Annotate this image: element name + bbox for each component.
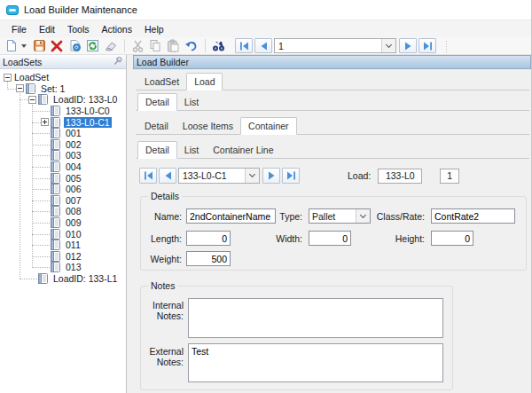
last-record-button[interactable] [282, 168, 300, 184]
type-label: Type: [247, 211, 302, 222]
collapse-icon[interactable] [16, 84, 24, 92]
tree-guide-line [32, 105, 33, 268]
tab-container[interactable]: Container [240, 117, 297, 135]
tree-item-label: 009 [64, 217, 83, 228]
next-record-button[interactable] [262, 168, 280, 184]
tab-detail[interactable]: Detail [137, 93, 177, 111]
last-record-button[interactable] [419, 38, 436, 53]
internal-notes-textarea[interactable] [188, 298, 443, 338]
erase-icon[interactable] [102, 38, 118, 54]
loadsets-panel-title: LoadSets [3, 57, 113, 67]
toolbar-separator [124, 39, 125, 52]
length-input[interactable] [186, 231, 231, 246]
previous-record-button[interactable] [159, 168, 176, 184]
tab-detail-2[interactable]: Detail [137, 119, 176, 134]
tree-item-label: LoadID: 133-L1 [51, 273, 119, 284]
menu-file[interactable]: File [5, 22, 33, 36]
loadsets-tree: LoadSetSet: 1LoadID: 133-L0133-L0-C0133-… [0, 69, 126, 393]
chevron-down-icon[interactable] [245, 169, 259, 183]
tab-loose-items[interactable]: Loose Items [176, 119, 240, 134]
refresh-icon[interactable] [84, 38, 100, 54]
delete-icon[interactable] [49, 38, 65, 54]
tree-item-label: 008 [64, 206, 83, 216]
expand-icon[interactable] [41, 118, 49, 126]
next-record-button[interactable] [399, 38, 417, 53]
save-icon[interactable] [31, 38, 47, 54]
notebook-icon [50, 161, 61, 172]
external-notes-textarea[interactable]: Test [188, 343, 443, 382]
weight-input[interactable] [186, 251, 231, 266]
height-input[interactable] [431, 231, 473, 246]
notebook-icon [50, 128, 61, 138]
first-record-button[interactable] [235, 38, 253, 53]
notebook-icon [50, 195, 61, 206]
notebook-icon [50, 184, 61, 194]
undo-icon[interactable] [183, 38, 199, 54]
tree-item-label: 005 [64, 173, 83, 184]
first-record-button[interactable] [139, 168, 157, 184]
attach-icon[interactable] [66, 38, 82, 54]
tab-container-detail[interactable]: Detail [137, 141, 177, 159]
toolbar: 1 [0, 37, 531, 55]
copy-icon[interactable] [147, 38, 163, 54]
toolbar-grip[interactable] [445, 40, 448, 52]
notebook-icon [50, 173, 61, 184]
notebook-icon [50, 262, 61, 272]
tree-guide-line [20, 93, 20, 279]
tree-item-label: 006 [64, 184, 83, 194]
menu-actions[interactable]: Actions [96, 22, 138, 36]
new-document-icon[interactable] [4, 38, 20, 54]
tabstrip-level2: Detail List [136, 93, 529, 111]
tabstrip-level4: Detail List Container Line [136, 141, 529, 159]
chevron-down-icon[interactable] [381, 39, 395, 52]
menubar: File Edit Tools Actions Help [0, 20, 531, 37]
find-icon[interactable] [210, 38, 226, 54]
loadsets-panel-header: LoadSets [0, 55, 126, 69]
paste-icon[interactable] [165, 38, 181, 54]
notebook-icon [50, 106, 61, 116]
load-builder-panel: Load Builder LoadSet Load Detail List De… [133, 55, 531, 393]
tab-loadset[interactable]: LoadSet [137, 75, 186, 90]
tree-item-label: 133-L0-C0 [64, 106, 112, 116]
tab-load[interactable]: Load [186, 73, 223, 90]
menu-help[interactable]: Help [138, 22, 170, 36]
external-notes-label: External Notes: [145, 346, 184, 367]
titlebar: Load Builder Maintenance [0, 0, 531, 20]
class-rate-input[interactable] [431, 208, 515, 224]
tree-item-label: 010 [64, 229, 83, 240]
main-area: LoadSets LoadSetSet: 1LoadID: 133-L0133-… [0, 55, 531, 393]
tree-item-loadset[interactable]: LoadSet [0, 72, 126, 83]
tab-container-line[interactable]: Container Line [206, 143, 280, 158]
notebook-icon [50, 229, 61, 240]
internal-notes-label: Internal Notes: [145, 300, 184, 321]
tree-item-label: 012 [64, 251, 83, 262]
tree-item-label: LoadSet [12, 72, 51, 83]
new-dropdown-caret-icon[interactable] [21, 44, 27, 48]
panel-splitter[interactable] [127, 55, 133, 393]
notebook-icon [50, 240, 61, 250]
tab-list[interactable]: List [177, 95, 206, 110]
notebook-icon [37, 94, 49, 105]
notebook-icon [50, 139, 61, 150]
load-label: Load: [348, 170, 371, 181]
container-combo[interactable]: 133-L0-C1 [178, 168, 260, 184]
width-label: Width: [247, 233, 302, 244]
notebook-icon [50, 117, 61, 128]
cut-icon[interactable] [129, 38, 145, 54]
menu-tools[interactable]: Tools [61, 22, 96, 36]
tab-container-list[interactable]: List [177, 143, 206, 158]
record-number-combo[interactable]: 1 [274, 38, 396, 53]
tree-item-label: 004 [64, 161, 83, 172]
notebook-icon [37, 273, 49, 284]
details-groupbox: Details Name: Type: Pallet Class/Rate: L… [140, 196, 527, 271]
collapse-icon[interactable] [4, 74, 12, 82]
load-builder-panel-header: Load Builder [133, 55, 531, 69]
pushpin-icon[interactable] [113, 56, 123, 67]
tree-item-label: 011 [64, 240, 82, 250]
tree-guide-stub [20, 99, 28, 100]
tree-item-set-1[interactable]: Set: 1 [0, 83, 126, 95]
menu-edit[interactable]: Edit [33, 22, 61, 36]
collapse-icon[interactable] [28, 96, 36, 104]
previous-record-button[interactable] [254, 38, 272, 53]
tree-item-label: 007 [64, 195, 83, 206]
